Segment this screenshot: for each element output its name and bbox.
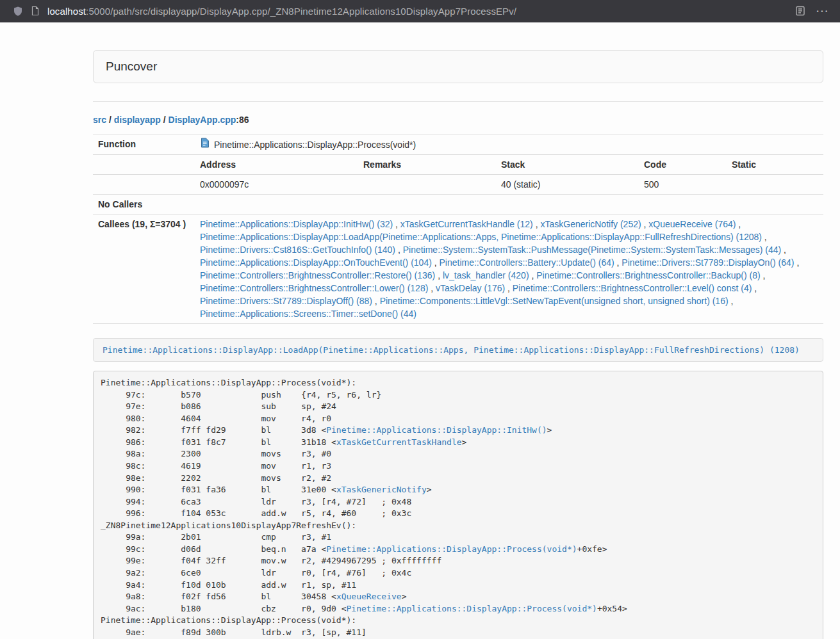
breadcrumb-link[interactable]: displayapp bbox=[114, 115, 161, 125]
callee-link[interactable]: Pinetime::Drivers::St7789::DisplayOn() (… bbox=[622, 257, 794, 268]
code-value: 500 bbox=[639, 175, 727, 195]
callees-list: Pinetime::Applications::DisplayApp::Init… bbox=[195, 214, 823, 324]
callee-link[interactable]: Pinetime::Controllers::BrightnessControl… bbox=[200, 270, 435, 280]
callee-link[interactable]: xTaskGetCurrentTaskHandle (12) bbox=[400, 219, 533, 229]
remarks-value bbox=[358, 175, 496, 195]
column-header-code: Code bbox=[639, 155, 727, 175]
breadcrumb-link[interactable]: src bbox=[93, 115, 106, 125]
disasm-symbol-link[interactable]: xTaskGetCurrentTaskHandle bbox=[336, 437, 462, 447]
callee-link[interactable]: Pinetime::Controllers::BrightnessControl… bbox=[536, 270, 760, 280]
highlighted-symbol-link[interactable]: Pinetime::Applications::DisplayApp::Load… bbox=[103, 345, 800, 355]
disasm-symbol-link[interactable]: Pinetime::Applications::DisplayApp::Proc… bbox=[347, 604, 597, 613]
column-header-stack: Stack bbox=[496, 155, 639, 175]
symbol-table: Function Pinetime::Applications::Display… bbox=[93, 134, 823, 324]
breadcrumb-link[interactable]: DisplayApp.cpp bbox=[169, 115, 236, 125]
divider bbox=[93, 101, 823, 102]
function-row-label: Function bbox=[93, 134, 195, 155]
no-callers-label: No Callers bbox=[93, 195, 195, 214]
browser-chrome: localhost:5000/path/src/displayapp/Displ… bbox=[0, 0, 840, 22]
shield-icon[interactable] bbox=[13, 6, 23, 17]
callees-label: Callees (19, Σ=3704 ) bbox=[93, 214, 195, 324]
page-info-icon[interactable] bbox=[31, 6, 40, 16]
callee-link[interactable]: Pinetime::Components::LittleVgl::SetNewT… bbox=[380, 296, 729, 306]
reader-mode-icon[interactable] bbox=[795, 6, 805, 16]
static-value bbox=[727, 175, 823, 195]
app-title: Puncover bbox=[106, 60, 157, 73]
function-row: Function Pinetime::Applications::Display… bbox=[93, 134, 823, 155]
callee-link[interactable]: Pinetime::Applications::DisplayApp::Load… bbox=[200, 232, 762, 242]
callee-link[interactable]: Pinetime::System::SystemTask::PushMessag… bbox=[403, 245, 782, 255]
stack-value: 40 (static) bbox=[496, 175, 639, 195]
page-container: Puncover src / displayapp / DisplayApp.c… bbox=[93, 50, 823, 639]
address-value: 0x0000097c bbox=[195, 175, 358, 195]
callees-row: Callees (19, Σ=3704 ) Pinetime::Applicat… bbox=[93, 214, 823, 324]
column-header-address: Address bbox=[195, 155, 358, 175]
function-name: Pinetime::Applications::DisplayApp::Proc… bbox=[214, 138, 416, 151]
callee-link[interactable]: xTaskGenericNotify (252) bbox=[540, 219, 641, 229]
url-bar[interactable]: localhost:5000/path/src/displayapp/Displ… bbox=[47, 6, 787, 17]
disasm-symbol-link[interactable]: Pinetime::Applications::DisplayApp::Init… bbox=[326, 425, 547, 435]
callee-link[interactable]: xQueueReceive (764) bbox=[648, 219, 736, 229]
symbol-type-icon bbox=[200, 138, 210, 151]
column-header-static: Static bbox=[727, 155, 823, 175]
callee-link[interactable]: Pinetime::Controllers::Battery::Update()… bbox=[440, 257, 614, 268]
callee-link[interactable]: Pinetime::Applications::Screens::Timer::… bbox=[200, 309, 416, 319]
callee-link[interactable]: Pinetime::Applications::DisplayApp::OnTo… bbox=[200, 257, 432, 268]
disassembly: Pinetime::Applications::DisplayApp::Proc… bbox=[93, 371, 823, 639]
no-callers-row: No Callers bbox=[93, 195, 823, 214]
metrics-header-row: Address Remarks Stack Code Static bbox=[93, 155, 823, 175]
disasm-symbol-link[interactable]: xTaskGenericNotify bbox=[336, 485, 427, 494]
callee-link[interactable]: Pinetime::Applications::DisplayApp::Init… bbox=[200, 219, 393, 229]
disasm-symbol-link[interactable]: Pinetime::Applications::DisplayApp::Proc… bbox=[326, 544, 577, 554]
url-host: localhost bbox=[47, 6, 86, 17]
breadcrumb: src / displayapp / DisplayApp.cpp:86 bbox=[93, 113, 823, 126]
callee-link[interactable]: Pinetime::Drivers::St7789::DisplayOff() … bbox=[200, 296, 372, 306]
callee-link[interactable]: lv_task_handler (420) bbox=[443, 270, 529, 280]
url-path: :5000/path/src/displayapp/DisplayApp.cpp… bbox=[86, 6, 516, 17]
callee-link[interactable]: Pinetime::Controllers::BrightnessControl… bbox=[513, 283, 752, 293]
disasm-symbol-link[interactable]: xQueueReceive bbox=[336, 592, 402, 601]
callee-link[interactable]: Pinetime::Controllers::BrightnessControl… bbox=[200, 283, 428, 293]
callee-link[interactable]: vTaskDelay (176) bbox=[436, 283, 505, 293]
column-header-remarks: Remarks bbox=[358, 155, 496, 175]
app-header: Puncover bbox=[93, 50, 823, 83]
page-actions-menu-icon[interactable]: ⋯ bbox=[813, 4, 831, 17]
callee-link[interactable]: Pinetime::Drivers::Cst816S::GetTouchInfo… bbox=[200, 245, 395, 255]
highlighted-symbol-panel: Pinetime::Applications::DisplayApp::Load… bbox=[93, 338, 823, 362]
metrics-value-row: 0x0000097c 40 (static) 500 bbox=[93, 175, 823, 195]
